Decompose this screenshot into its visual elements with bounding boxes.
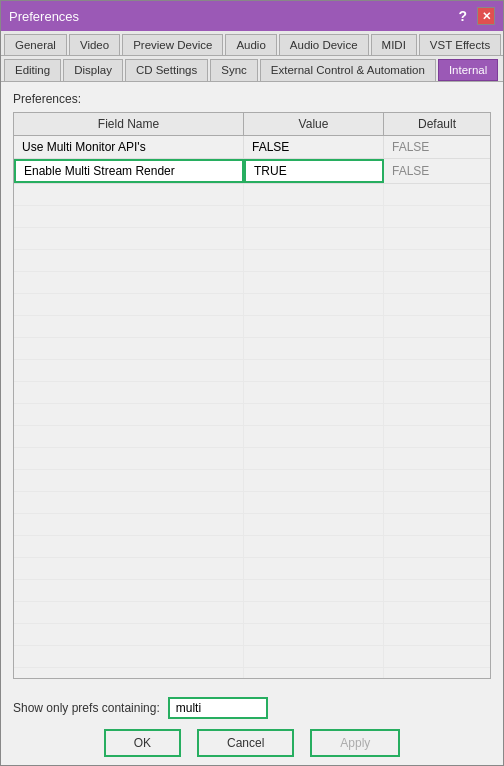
table-row	[14, 580, 490, 602]
tab-general[interactable]: General	[4, 34, 67, 55]
title-bar-left: Preferences	[9, 9, 79, 24]
buttons-row: OK Cancel Apply	[13, 729, 491, 757]
prefs-label: Preferences:	[13, 92, 491, 106]
cell-value-0: FALSE	[244, 136, 384, 158]
help-button[interactable]: ?	[458, 8, 467, 24]
tab-internal[interactable]: Internal	[438, 59, 498, 81]
cell-field-0: Use Multi Monitor API's	[14, 136, 244, 158]
tab-vst-effects[interactable]: VST Effects	[419, 34, 501, 55]
tab-video[interactable]: Video	[69, 34, 120, 55]
preferences-table: Field Name Value Default Use Multi Monit…	[13, 112, 491, 679]
cell-default-0: FALSE	[384, 136, 490, 158]
table-header: Field Name Value Default	[14, 113, 490, 136]
table-row	[14, 536, 490, 558]
table-row	[14, 316, 490, 338]
tabs-row1: General Video Preview Device Audio Audio…	[1, 31, 503, 56]
close-button[interactable]: ✕	[477, 7, 495, 25]
table-row	[14, 184, 490, 206]
table-row	[14, 250, 490, 272]
table-row[interactable]: Enable Multi Stream Render TRUE FALSE	[14, 159, 490, 184]
tab-display[interactable]: Display	[63, 59, 123, 81]
cancel-button[interactable]: Cancel	[197, 729, 294, 757]
table-row	[14, 426, 490, 448]
table-row	[14, 228, 490, 250]
bottom-area: Show only prefs containing: OK Cancel Ap…	[1, 689, 503, 765]
cell-value-1: TRUE	[244, 159, 384, 183]
table-row	[14, 668, 490, 678]
tab-midi[interactable]: MIDI	[371, 34, 417, 55]
tab-external-control[interactable]: External Control & Automation	[260, 59, 436, 81]
tab-editing[interactable]: Editing	[4, 59, 61, 81]
table-row	[14, 602, 490, 624]
col-header-value: Value	[244, 113, 384, 135]
search-label: Show only prefs containing:	[13, 701, 160, 715]
empty-rows	[14, 184, 490, 678]
dialog-title: Preferences	[9, 9, 79, 24]
tab-audio-device[interactable]: Audio Device	[279, 34, 369, 55]
table-row	[14, 492, 490, 514]
tab-sync[interactable]: Sync	[210, 59, 258, 81]
tab-cd-settings[interactable]: CD Settings	[125, 59, 208, 81]
preferences-dialog: Preferences ? ✕ General Video Preview De…	[0, 0, 504, 766]
cell-field-1: Enable Multi Stream Render	[14, 159, 244, 183]
table-row	[14, 514, 490, 536]
table-row	[14, 624, 490, 646]
content-area: Preferences: Field Name Value Default Us…	[1, 82, 503, 689]
tab-audio[interactable]: Audio	[225, 34, 276, 55]
table-row	[14, 206, 490, 228]
table-row	[14, 338, 490, 360]
cell-default-1: FALSE	[384, 159, 490, 183]
table-row	[14, 558, 490, 580]
table-row	[14, 294, 490, 316]
title-bar: Preferences ? ✕	[1, 1, 503, 31]
table-row	[14, 404, 490, 426]
table-row	[14, 448, 490, 470]
table-row	[14, 360, 490, 382]
ok-button[interactable]: OK	[104, 729, 181, 757]
tabs-row2: Editing Display CD Settings Sync Externa…	[1, 56, 503, 82]
table-row	[14, 646, 490, 668]
col-header-default: Default	[384, 113, 490, 135]
table-row[interactable]: Use Multi Monitor API's FALSE FALSE	[14, 136, 490, 159]
search-input[interactable]	[168, 697, 268, 719]
table-row	[14, 382, 490, 404]
table-body: Use Multi Monitor API's FALSE FALSE Enab…	[14, 136, 490, 678]
col-header-field: Field Name	[14, 113, 244, 135]
tab-preview-device[interactable]: Preview Device	[122, 34, 223, 55]
search-row: Show only prefs containing:	[13, 697, 491, 719]
apply-button[interactable]: Apply	[310, 729, 400, 757]
table-row	[14, 470, 490, 492]
table-row	[14, 272, 490, 294]
